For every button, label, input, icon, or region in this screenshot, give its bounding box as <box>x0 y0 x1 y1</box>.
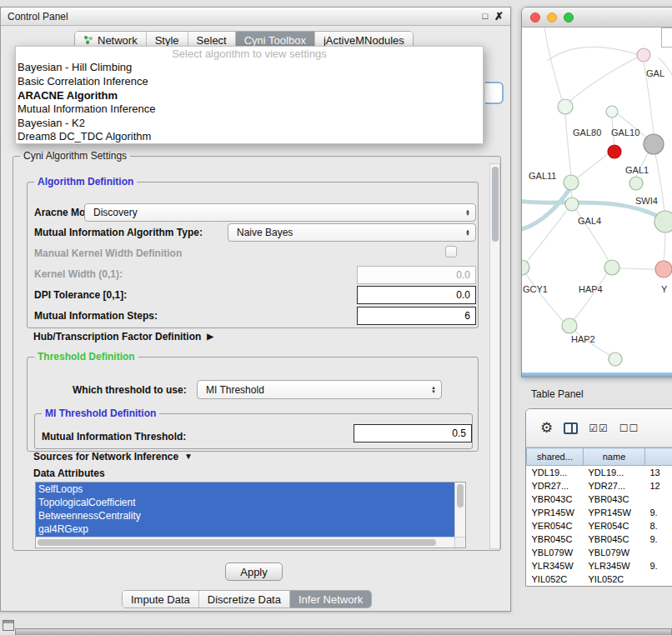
manual-kernel-width-checkbox[interactable] <box>445 246 457 258</box>
dpi-tolerance-label: DPI Tolerance [0,1]: <box>34 289 127 301</box>
dropdown-item-basic-correlation[interactable]: Basic Correlation Inference <box>16 74 483 88</box>
list-item[interactable]: TopologicalCoefficient <box>36 496 454 509</box>
node-label: GAL10 <box>611 128 639 138</box>
cell: YDR27... <box>527 479 584 492</box>
mi-steps-field[interactable] <box>357 307 476 325</box>
selected-value: MI Threshold <box>206 384 431 396</box>
window-resize-bar <box>522 372 672 377</box>
mi-algorithm-type-select[interactable]: Naive Bayes ▲ ▼ <box>228 223 476 242</box>
dropdown-item-bayesian-hill-climbing[interactable]: Bayesian - Hill Climbing <box>16 61 483 75</box>
select-no-columns-icon[interactable]: ☐☐ <box>619 423 639 433</box>
tab-label: jActiveMNodules <box>323 34 404 47</box>
tab-impute-data[interactable]: Impute Data <box>123 591 199 608</box>
network-window-titlebar[interactable] <box>522 8 672 28</box>
scrollbar-thumb[interactable] <box>457 484 464 508</box>
cell: YLR345W <box>527 559 584 572</box>
close-traffic-light[interactable] <box>530 12 540 22</box>
column-header-partial[interactable] <box>645 448 672 466</box>
table-row[interactable]: YBR045CYBR045C9. <box>527 532 672 546</box>
table-row[interactable]: YBR043CYBR043C <box>527 492 672 506</box>
network-node[interactable] <box>562 318 577 333</box>
dpi-tolerance-field[interactable] <box>357 286 476 304</box>
cell: YPR145W <box>584 506 645 519</box>
apply-button[interactable]: Apply <box>225 562 283 581</box>
network-node[interactable] <box>629 177 643 190</box>
control-panel-titlebar[interactable]: Control Panel □ ✗ <box>1 8 510 26</box>
network-node[interactable] <box>564 175 579 190</box>
network-window: GAL GAL80 GAL10 GAL11 GAL1 SWI4 GAL4 GCY… <box>521 7 672 378</box>
dropdown-placeholder: Select algorithm to view settings <box>16 47 483 61</box>
tab-label: Cyni Toolbox <box>244 34 306 47</box>
dropdown-item-bayesian-k2[interactable]: Bayesian - K2 <box>16 116 483 130</box>
list-horizontal-scrollbar[interactable] <box>36 537 454 548</box>
dropdown-item-mutual-information[interactable]: Mutual Information Inference <box>16 102 483 116</box>
table-row[interactable]: YDR27...YDR27...12 <box>527 479 672 492</box>
kernel-width-field[interactable] <box>357 266 476 284</box>
table-row[interactable]: YLR345WYLR345W9. <box>527 559 672 572</box>
table-row[interactable]: YIL052CYIL052C <box>527 572 672 586</box>
close-window-icon[interactable]: ✗ <box>494 11 504 22</box>
column-header-shared-name[interactable]: shared... <box>527 448 584 466</box>
cell: YBR045C <box>527 532 584 546</box>
dropdown-item-dream8[interactable]: Dream8 DC_TDC Algorithm <box>16 129 483 143</box>
column-header-name[interactable]: name <box>584 448 645 466</box>
settings-scrollbar[interactable] <box>489 163 500 549</box>
network-node-selected[interactable] <box>608 145 621 158</box>
threshold-definition-group: Threshold Definition Which threshold to … <box>27 357 479 452</box>
group-title: Threshold Definition <box>34 351 138 362</box>
scrollbar-thumb[interactable] <box>492 167 499 242</box>
network-node[interactable] <box>558 99 573 114</box>
cell: YDR27... <box>584 479 645 492</box>
hub-definition-label: Hub/Transcription Factor Definition <box>33 331 201 342</box>
mi-threshold-field[interactable] <box>354 424 472 442</box>
network-canvas[interactable]: GAL GAL80 GAL10 GAL11 GAL1 SWI4 GAL4 GCY… <box>522 28 672 372</box>
network-node[interactable] <box>606 106 618 118</box>
desktop: Control Panel □ ✗ Network Style Select C… <box>0 0 672 635</box>
network-node[interactable] <box>565 198 579 211</box>
gear-icon[interactable]: ⚙ <box>540 421 553 435</box>
minimize-traffic-light[interactable] <box>547 12 557 22</box>
network-node[interactable] <box>609 352 622 366</box>
aracne-mode-select[interactable]: Discovery ▲ ▼ <box>84 203 476 222</box>
which-threshold-label: Which threshold to use: <box>73 384 187 396</box>
cell: YLR345W <box>584 559 645 572</box>
kernel-width-label: Kernel Width (0,1): <box>34 268 123 280</box>
list-item[interactable]: BetweennessCentrality <box>36 509 454 522</box>
zoom-traffic-light[interactable] <box>564 12 574 22</box>
table-row[interactable]: YDL19...YDL19...13 <box>527 466 672 479</box>
list-item[interactable]: gal4RGexp <box>36 522 454 536</box>
tab-infer-network[interactable]: Infer Network <box>290 591 371 608</box>
show-columns-icon[interactable] <box>564 422 578 434</box>
canvas-scrollbar-fragment[interactable] <box>661 28 672 48</box>
expand-right-icon: ▶ <box>207 332 213 341</box>
cell: YBL079W <box>527 546 584 559</box>
sources-toggle[interactable]: Sources for Network Inference ▼ <box>33 451 193 462</box>
which-threshold-select[interactable]: MI Threshold ▲ ▼ <box>197 380 442 399</box>
cell: YDL19... <box>584 466 645 479</box>
hub-definition-toggle[interactable]: Hub/Transcription Factor Definition ▶ <box>33 331 213 342</box>
network-node[interactable] <box>637 48 650 62</box>
network-node[interactable] <box>644 134 664 154</box>
network-node[interactable] <box>655 261 672 278</box>
float-window-icon[interactable]: □ <box>482 12 488 21</box>
list-item[interactable]: SelfLoops <box>36 482 454 496</box>
cell <box>645 572 672 586</box>
network-node[interactable] <box>654 211 672 232</box>
table-row[interactable]: YER054CYER054C8. <box>527 519 672 532</box>
network-graph[interactable]: GAL GAL80 GAL10 GAL11 GAL1 SWI4 GAL4 GCY… <box>522 28 672 372</box>
tab-discretize-data[interactable]: Discretize Data <box>199 591 290 608</box>
select-all-columns-icon[interactable]: ☑☑ <box>589 423 609 433</box>
mi-threshold-definition-group: MI Threshold Definition Mutual Informati… <box>34 413 473 449</box>
table-row[interactable]: YPR145WYPR145W9. <box>527 506 672 519</box>
minimized-panel-icon[interactable] <box>3 620 14 631</box>
list-vertical-scrollbar[interactable] <box>454 482 465 537</box>
scrollbar-thumb[interactable] <box>38 539 436 546</box>
node-label: HAP4 <box>579 284 603 294</box>
dropdown-item-aracne[interactable]: ARACNE Algorithm <box>16 88 483 102</box>
algorithm-select-fragment[interactable] <box>485 82 504 104</box>
network-node[interactable] <box>522 260 529 275</box>
table-row[interactable]: YBL079WYBL079W <box>527 546 672 559</box>
cell: YER054C <box>584 519 645 532</box>
cell: 8. <box>645 519 672 532</box>
network-node[interactable] <box>604 260 619 275</box>
